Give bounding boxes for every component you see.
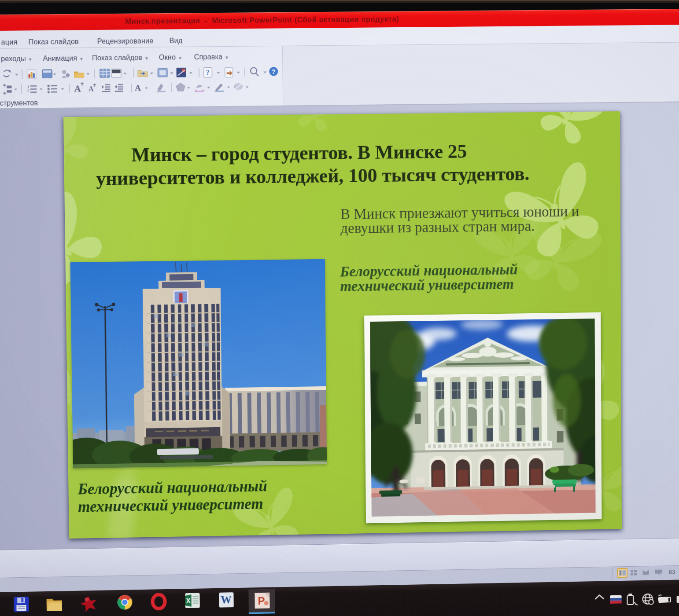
svg-text:A: A [135, 84, 141, 93]
svg-text:A: A [89, 85, 94, 93]
svg-text:X: X [186, 597, 191, 605]
svg-text:83: 83 [669, 568, 675, 575]
svg-text:?: ? [206, 69, 210, 77]
svg-text:W: W [221, 594, 232, 606]
svg-text:?: ? [272, 68, 276, 75]
svg-text:A: A [74, 84, 81, 94]
svg-text:P: P [258, 595, 265, 607]
svg-text:2: 2 [27, 88, 30, 92]
